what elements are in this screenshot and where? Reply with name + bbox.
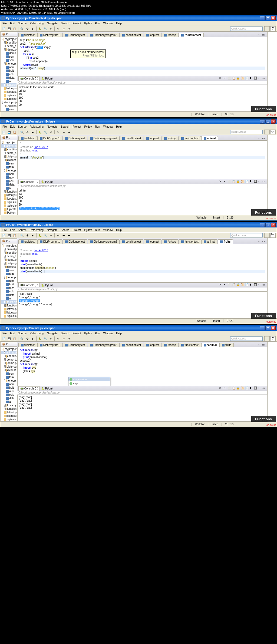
menu-refactoring[interactable]: Refactoring: [28, 331, 45, 335]
tree-item[interactable]: data: [1, 183, 17, 186]
editor-tab[interactable]: tupletest: [18, 136, 37, 140]
tree-item[interactable]: fruit: [1, 283, 17, 286]
tree-expand-icon[interactable]: +: [4, 48, 6, 51]
tree-item[interactable]: tupleslic: [1, 421, 17, 421]
perspective-btn[interactable]: [264, 233, 270, 238]
editor-tab[interactable]: DictProgram1: [37, 343, 62, 347]
tree-item[interactable]: colu: [1, 179, 17, 183]
editor-tab[interactable]: forloop: [162, 239, 179, 244]
tree-item[interactable]: listoutpu: [1, 87, 17, 90]
explorer-tab[interactable]: 📦 P...: [1, 136, 11, 139]
menu-file[interactable]: File: [1, 228, 8, 232]
toolbar-btn-8[interactable]: ↩: [48, 26, 53, 31]
tree-expand-icon[interactable]: -: [4, 301, 5, 303]
editor-tab[interactable]: forloop: [162, 343, 179, 347]
menu-run[interactable]: Run: [93, 331, 101, 335]
tree-item[interactable]: sent: [1, 58, 17, 62]
toolbar-btn-0[interactable]: 📄: [1, 130, 6, 134]
menu-project[interactable]: Project: [71, 21, 83, 25]
tree-item[interactable]: -myproject: [1, 37, 17, 41]
editor-tab[interactable]: Dictionaryprogram2: [88, 33, 120, 37]
menu-refactoring[interactable]: Refactoring: [28, 21, 45, 25]
tree-item[interactable]: +demo_tu: [1, 151, 17, 155]
maximize-editor-icon[interactable]: ▭: [261, 240, 265, 244]
toolbar-btn-3[interactable]: 🔍: [19, 130, 24, 134]
tree-item[interactable]: tupleste: [1, 97, 17, 101]
tree-item[interactable]: -forloop.: [1, 169, 17, 172]
menu-pydev[interactable]: Pydev: [83, 125, 93, 129]
menu-refactoring[interactable]: Refactoring: [28, 125, 45, 129]
menu-pydev[interactable]: Pydev: [83, 228, 93, 232]
editor-tab[interactable]: DictProgram1: [37, 239, 62, 244]
quick-access-input[interactable]: Quick Access: [230, 336, 263, 341]
console-btn-3[interactable]: 📋: [232, 387, 236, 390]
tree-expand-icon[interactable]: +: [4, 266, 6, 268]
close-button[interactable]: ✕: [271, 119, 276, 124]
tree-expand-icon[interactable]: -: [2, 348, 3, 350]
maximize-button[interactable]: ▢: [265, 16, 270, 20]
menu-project[interactable]: Project: [71, 331, 83, 335]
tree-item[interactable]: +conditio: [1, 148, 17, 151]
tree-item[interactable]: looptest: [1, 197, 17, 200]
editor-tab[interactable]: *animal: [201, 343, 219, 347]
toolbar-btn-3[interactable]: 🔍: [19, 233, 24, 238]
menu-edit[interactable]: Edit: [8, 21, 16, 25]
tree-expand-icon[interactable]: -: [2, 245, 3, 247]
tree-item[interactable]: tem: [1, 272, 17, 276]
pyunit-tab[interactable]: 🐍 PyUnit: [39, 77, 55, 81]
console-output[interactable]: welcome to the function worldprinter1310…: [17, 85, 267, 112]
console-btn-9[interactable]: ▫: [258, 180, 262, 184]
tree-item[interactable]: sent: [1, 55, 17, 58]
console-btn-0[interactable]: ✕: [219, 387, 223, 390]
editor-tab[interactable]: forloop: [162, 33, 179, 37]
tree-expand-icon[interactable]: -: [4, 169, 5, 172]
close-button[interactable]: ✕: [271, 16, 276, 20]
minimize-editor-icon[interactable]: ▫: [257, 33, 261, 37]
console-btn-8[interactable]: 🔲: [254, 77, 258, 80]
toolbar-btn-5[interactable]: ▶: [30, 26, 35, 31]
editor-tab[interactable]: Dictionaryprogram2: [88, 343, 120, 347]
console-btn-5[interactable]: 📜: [241, 180, 245, 184]
editor-tab[interactable]: fruits: [219, 343, 234, 347]
tree-item[interactable]: tem: [1, 111, 17, 111]
maximize-button[interactable]: ▢: [265, 119, 270, 124]
toolbar-btn-9[interactable]: ↪: [56, 336, 61, 341]
autocomplete-item[interactable]: argv: [68, 381, 110, 385]
editor-tab[interactable]: Dictionarytest: [62, 343, 87, 347]
toolbar-btn-4[interactable]: ⚙: [25, 233, 30, 238]
toolbar-btn-0[interactable]: 📄: [1, 336, 6, 341]
tree-item[interactable]: raw: [1, 389, 17, 393]
tree-expand-icon[interactable]: +: [4, 62, 6, 65]
tree-item[interactable]: +conditio: [1, 251, 17, 255]
editor-tab[interactable]: Dictionaryprogram2: [88, 239, 120, 244]
console-btn-8[interactable]: 🔲: [254, 180, 258, 184]
tree-item[interactable]: listoutpu: [1, 193, 17, 197]
tree-item[interactable]: data: [1, 293, 17, 297]
tree-item[interactable]: listoutpu: [1, 311, 17, 314]
toolbar-btn-9[interactable]: ↪: [56, 233, 61, 238]
menu-window[interactable]: Window: [102, 331, 115, 335]
editor-tab[interactable]: Dictionarytest: [62, 239, 87, 244]
tree-expand-icon[interactable]: -: [4, 276, 5, 279]
editor-tab[interactable]: tupletest: [18, 239, 37, 244]
console-btn-9[interactable]: ▫: [258, 387, 262, 390]
console-tab[interactable]: 📟 Console ⛶: [18, 283, 39, 287]
tree-item[interactable]: +animal.p: [1, 247, 17, 251]
maximize-editor-icon[interactable]: ▭: [261, 33, 265, 37]
tree-expand-icon[interactable]: +: [4, 248, 6, 250]
quick-access-input[interactable]: Quick Access: [230, 130, 263, 134]
tree-item[interactable]: tupleslic: [1, 318, 17, 318]
menu-navigate[interactable]: Navigate: [45, 21, 59, 25]
tree-item[interactable]: sent: [1, 108, 17, 111]
menu-run[interactable]: Run: [93, 21, 101, 25]
editor-tab[interactable]: looptest: [144, 239, 161, 244]
toolbar-btn-11[interactable]: ➡: [67, 26, 71, 31]
tree-item[interactable]: +function: [1, 407, 17, 411]
console-btn-4[interactable]: 🔒: [236, 180, 240, 184]
toolbar-btn-8[interactable]: ↩: [48, 233, 53, 238]
editor-tab[interactable]: Dictionaryprogram2: [88, 136, 120, 140]
editor-tab[interactable]: *functiontest: [179, 33, 204, 37]
toolbar-btn-7[interactable]: 🔧: [43, 336, 48, 341]
menu-source[interactable]: Source: [16, 228, 28, 232]
toolbar-btn-2[interactable]: 📋: [12, 336, 17, 341]
